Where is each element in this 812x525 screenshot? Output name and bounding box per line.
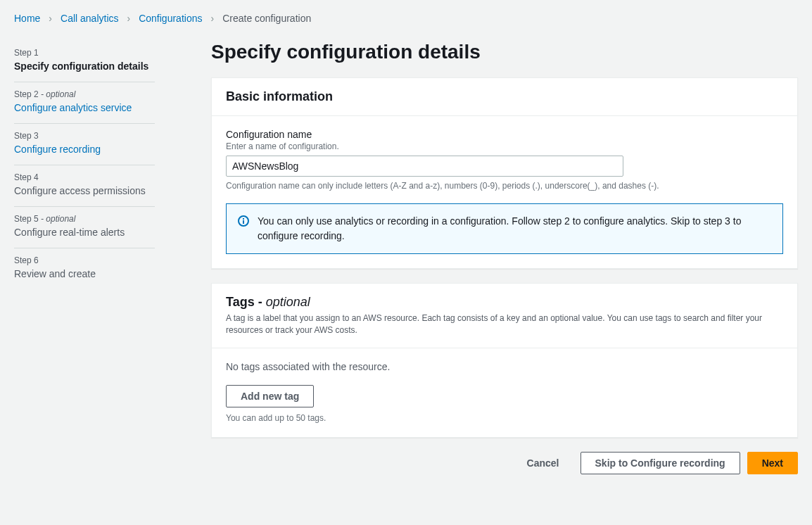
basic-information-header: Basic information [226,89,783,104]
wizard-step-4[interactable]: Step 4 Configure access permissions [14,165,155,207]
wizard-step-1-title: Specify configuration details [14,61,155,72]
chevron-right-icon: › [49,13,52,24]
skip-to-configure-recording-button[interactable]: Skip to Configure recording [581,452,740,474]
breadcrumb-home[interactable]: Home [14,13,40,24]
wizard-step-6[interactable]: Step 6 Review and create [14,248,155,289]
info-alert-text: You can only use analytics or recording … [258,214,771,243]
breadcrumb-current: Create configuration [222,13,311,24]
tags-header: Tags - optional [226,295,783,310]
info-icon [238,215,249,227]
wizard-step-2[interactable]: Step 2 - optional Configure analytics se… [14,82,155,124]
footer-actions: Cancel Skip to Configure recording Next [211,452,798,474]
chevron-right-icon: › [127,13,131,24]
config-name-input[interactable] [226,156,623,177]
tags-description: A tag is a label that you assign to an A… [226,312,783,336]
wizard-step-2-title: Configure analytics service [14,102,155,113]
breadcrumb-configurations[interactable]: Configurations [139,13,202,24]
config-name-hint: Enter a name of configuration. [226,141,783,151]
wizard-step-3-title: Configure recording [14,144,155,155]
wizard-step-3[interactable]: Step 3 Configure recording [14,124,155,165]
tags-panel: Tags - optional A tag is a label that yo… [211,283,798,438]
chevron-right-icon: › [210,13,214,24]
breadcrumb: Home › Call analytics › Configurations ›… [14,13,798,24]
svg-rect-1 [243,220,244,224]
wizard-step-5[interactable]: Step 5 - optional Configure real-time al… [14,207,155,248]
wizard-step-4-title: Configure access permissions [14,185,155,196]
next-button[interactable]: Next [747,452,798,474]
cancel-button[interactable]: Cancel [513,452,573,474]
main-content: Specify configuration details Basic info… [211,41,798,474]
wizard-step-1[interactable]: Step 1 Specify configuration details [14,41,155,82]
info-alert: You can only use analytics or recording … [226,203,783,254]
config-name-constraint: Configuration name can only include lett… [226,181,783,191]
tags-empty-text: No tags associated with the resource. [226,361,783,372]
wizard-step-6-title: Review and create [14,268,155,279]
wizard-sidebar: Step 1 Specify configuration details Ste… [14,41,155,474]
page-title: Specify configuration details [211,41,798,63]
basic-information-panel: Basic information Configuration name Ent… [211,77,798,269]
breadcrumb-call-analytics[interactable]: Call analytics [61,13,118,24]
svg-rect-2 [243,218,244,220]
wizard-step-5-title: Configure real-time alerts [14,227,155,238]
tags-limit-text: You can add up to 50 tags. [226,413,783,423]
config-name-label: Configuration name [226,129,783,140]
add-new-tag-button[interactable]: Add new tag [226,385,314,407]
